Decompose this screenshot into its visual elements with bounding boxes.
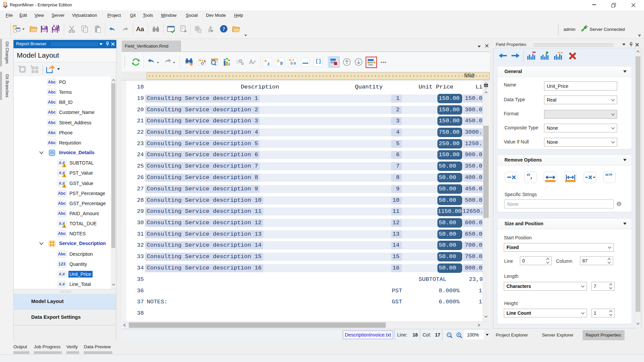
- svg-text:?: ?: [222, 26, 225, 32]
- svg-text:A: A: [249, 59, 253, 65]
